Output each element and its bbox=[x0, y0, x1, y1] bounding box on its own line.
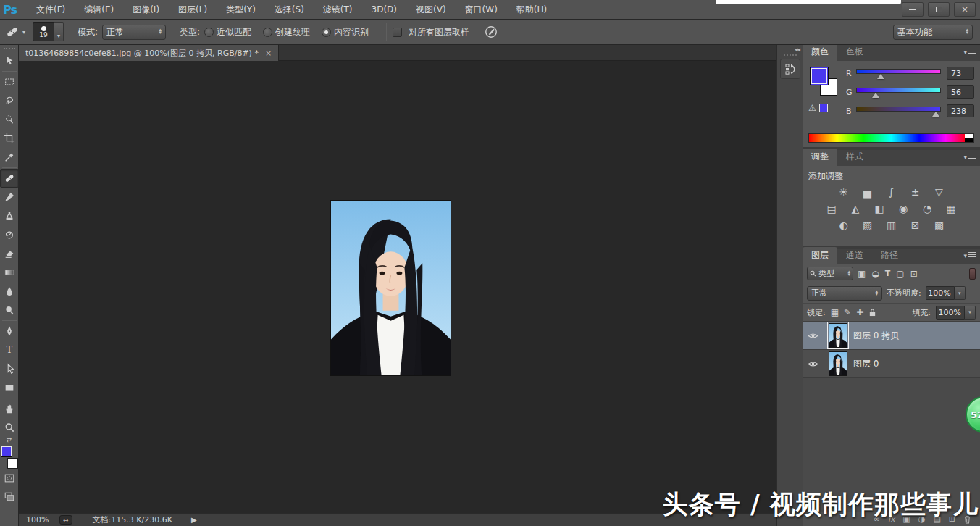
dodge-tool[interactable] bbox=[0, 301, 19, 320]
filter-pixel-layers-icon[interactable]: ▣ bbox=[858, 269, 866, 279]
posterize-icon[interactable]: ▨ bbox=[859, 219, 876, 232]
exposure-icon[interactable]: ± bbox=[907, 185, 924, 199]
lock-image-icon[interactable]: ✎ bbox=[844, 308, 851, 317]
foreground-color-swatch[interactable] bbox=[810, 67, 829, 85]
eyedropper-tool[interactable] bbox=[0, 148, 19, 167]
blur-tool[interactable] bbox=[0, 282, 19, 301]
menu-type[interactable]: 类型(Y) bbox=[217, 0, 265, 20]
tab-color[interactable]: 颜色 bbox=[803, 43, 837, 61]
tool-preset-picker[interactable]: ▾ bbox=[4, 25, 25, 39]
lasso-tool[interactable] bbox=[0, 91, 19, 110]
red-value-field[interactable]: 73 bbox=[947, 67, 974, 80]
gradient-tool[interactable] bbox=[0, 263, 19, 282]
filter-type-select[interactable]: 类型 ▴▾ bbox=[807, 267, 853, 280]
path-selection-tool[interactable] bbox=[0, 359, 19, 378]
slider-track[interactable] bbox=[856, 69, 941, 74]
lock-transparency-icon[interactable]: ▦ bbox=[831, 308, 839, 317]
history-brush-tool[interactable] bbox=[0, 225, 19, 244]
slider-thumb[interactable] bbox=[877, 74, 884, 79]
tab-close-icon[interactable]: × bbox=[265, 49, 272, 58]
tab-styles[interactable]: 样式 bbox=[837, 149, 872, 166]
menu-file[interactable]: 文件(F) bbox=[27, 0, 75, 20]
gamut-warning[interactable]: ⚠ bbox=[808, 103, 828, 113]
pen-tool[interactable] bbox=[0, 322, 19, 341]
layer-name[interactable]: 图层 0 拷贝 bbox=[853, 330, 899, 342]
menu-image[interactable]: 图像(I) bbox=[123, 0, 169, 20]
visibility-toggle[interactable] bbox=[803, 350, 824, 377]
restore-button[interactable] bbox=[928, 2, 950, 17]
document-tab[interactable]: t01364689854c0efe81.jpg @ 100%(图层 0 拷贝, … bbox=[19, 45, 279, 61]
lock-position-icon[interactable]: ✚ bbox=[856, 308, 863, 317]
spot-healing-brush-tool[interactable] bbox=[0, 169, 19, 188]
close-button[interactable]: × bbox=[954, 2, 976, 17]
move-tool[interactable] bbox=[0, 51, 19, 70]
brush-preset-picker[interactable]: 19 ▾ bbox=[33, 22, 64, 41]
radio-create-texture[interactable]: 创建纹理 bbox=[263, 26, 310, 38]
gradient-map-icon[interactable]: ▩ bbox=[931, 219, 948, 232]
closest-web-color-swatch[interactable] bbox=[819, 104, 828, 112]
slider-thumb[interactable] bbox=[932, 112, 939, 117]
brightness-contrast-icon[interactable]: ☀ bbox=[835, 185, 853, 199]
panel-menu-icon[interactable]: ▾ bbox=[963, 154, 976, 161]
photo-filter-icon[interactable]: ◉ bbox=[895, 202, 912, 215]
visibility-toggle[interactable] bbox=[803, 322, 824, 349]
selective-color-icon[interactable]: ⊠ bbox=[907, 219, 924, 232]
opacity-value[interactable]: 100% bbox=[926, 286, 955, 300]
tab-paths[interactable]: 路径 bbox=[872, 247, 907, 264]
panel-menu-icon[interactable]: ▾ bbox=[963, 252, 976, 259]
minimize-button[interactable] bbox=[902, 2, 924, 17]
sample-all-layers-checkbox[interactable]: 对所有图层取样 bbox=[393, 26, 469, 38]
clone-stamp-tool[interactable] bbox=[0, 206, 19, 225]
levels-icon[interactable]: ▅ bbox=[859, 185, 876, 199]
hue-saturation-icon[interactable]: ▤ bbox=[823, 202, 840, 215]
lock-all-icon[interactable] bbox=[868, 308, 876, 317]
menu-select[interactable]: 选择(S) bbox=[265, 0, 314, 20]
panel-grip[interactable] bbox=[4, 48, 15, 49]
expand-panels-icon[interactable]: ◂◂ bbox=[777, 45, 803, 53]
history-panel-button[interactable] bbox=[780, 59, 800, 79]
red-slider[interactable] bbox=[856, 67, 941, 79]
status-menu-arrow-icon[interactable]: ▶ bbox=[191, 516, 197, 524]
layer-row-original[interactable]: 图层 0 bbox=[803, 350, 980, 378]
fill-field[interactable]: 100% ▾ bbox=[936, 306, 976, 320]
radio-proximity-match[interactable]: 近似匹配 bbox=[204, 26, 251, 38]
quick-mask-button[interactable] bbox=[0, 469, 19, 488]
layer-row-copy[interactable]: 图层 0 拷贝 bbox=[803, 322, 980, 350]
rectangle-tool[interactable] bbox=[0, 378, 19, 397]
screen-mode-button[interactable] bbox=[0, 488, 19, 506]
green-slider[interactable] bbox=[856, 86, 941, 98]
rectangular-marquee-tool[interactable] bbox=[0, 72, 19, 91]
slider-track[interactable] bbox=[856, 107, 941, 112]
dock-grip[interactable] bbox=[784, 54, 797, 56]
swap-colors-icon[interactable]: ⇄ bbox=[7, 437, 12, 445]
quick-selection-tool[interactable] bbox=[0, 110, 19, 129]
color-balance-icon[interactable]: ◭ bbox=[847, 202, 864, 215]
filter-smart-objects-icon[interactable]: ⊡ bbox=[910, 269, 918, 279]
crop-tool[interactable] bbox=[0, 129, 19, 148]
radio-content-aware[interactable]: 内容识别 bbox=[322, 26, 369, 38]
fill-value[interactable]: 100% bbox=[936, 306, 965, 320]
chevron-down-icon[interactable]: ▾ bbox=[965, 306, 976, 320]
color-spectrum-ramp[interactable] bbox=[808, 133, 974, 143]
green-value-field[interactable]: 56 bbox=[947, 85, 974, 99]
menu-window[interactable]: 窗口(W) bbox=[456, 0, 507, 20]
color-lookup-icon[interactable]: ▦ bbox=[942, 202, 960, 215]
filter-shape-layers-icon[interactable]: ▢ bbox=[896, 269, 904, 279]
black-white-icon[interactable]: ◧ bbox=[871, 202, 888, 215]
slider-track[interactable] bbox=[856, 88, 941, 93]
layer-filtering-toggle[interactable] bbox=[969, 268, 976, 280]
menu-filter[interactable]: 滤镜(T) bbox=[314, 0, 362, 20]
tab-layers[interactable]: 图层 bbox=[803, 247, 837, 264]
layer-thumbnail[interactable] bbox=[829, 323, 847, 348]
menu-help[interactable]: 帮助(H) bbox=[507, 0, 556, 20]
tab-channels[interactable]: 通道 bbox=[837, 247, 872, 264]
channel-mixer-icon[interactable]: ◔ bbox=[918, 202, 936, 215]
menu-view[interactable]: 视图(V) bbox=[406, 0, 456, 20]
panel-menu-icon[interactable]: ▾ bbox=[963, 49, 976, 56]
filter-type-layers-icon[interactable]: T bbox=[885, 269, 891, 278]
blue-slider[interactable] bbox=[856, 105, 941, 117]
filter-adjustment-layers-icon[interactable]: ◒ bbox=[871, 269, 879, 279]
background-color-swatch[interactable] bbox=[7, 458, 18, 469]
mode-select[interactable]: 正常 ▴▾ bbox=[102, 25, 166, 40]
workspace-select[interactable]: 基本功能 ▴▾ bbox=[893, 25, 973, 40]
